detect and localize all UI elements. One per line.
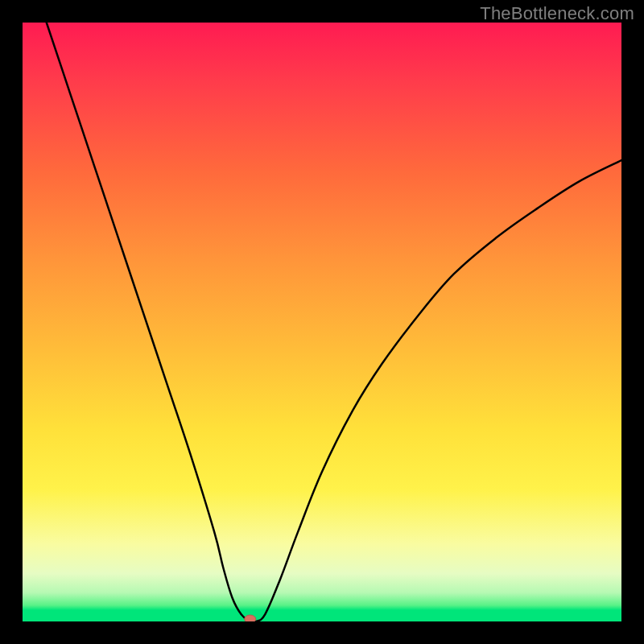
bottleneck-curve	[47, 23, 621, 621]
chart-svg	[23, 23, 621, 621]
min-marker	[245, 615, 256, 621]
plot-area	[23, 23, 621, 621]
watermark-text: TheBottleneck.com	[480, 3, 634, 24]
chart-frame: TheBottleneck.com	[0, 0, 644, 644]
